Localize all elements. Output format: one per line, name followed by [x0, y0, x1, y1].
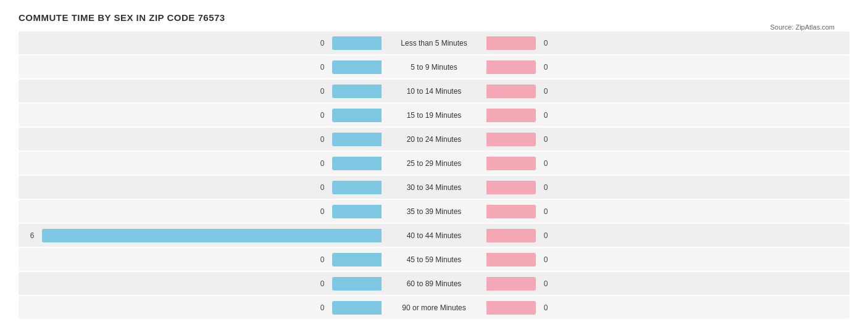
left-bar-section: 0 [23, 157, 382, 170]
male-bar [332, 157, 382, 170]
male-value: 0 [316, 255, 328, 264]
female-bar [486, 85, 536, 98]
female-value: 0 [540, 135, 552, 144]
row-label: 20 to 24 Minutes [382, 135, 486, 144]
left-bar-section: 6 [23, 229, 382, 242]
female-bar [486, 109, 536, 122]
row-label: Less than 5 Minutes [382, 39, 486, 47]
bar-row: 0 30 to 34 Minutes 0 [19, 176, 849, 199]
female-bar [486, 36, 536, 50]
female-value: 0 [540, 207, 552, 216]
male-bar [332, 301, 382, 315]
male-value: 0 [316, 279, 328, 288]
female-bar [486, 253, 536, 266]
male-value: 0 [316, 63, 328, 72]
left-bar-section: 0 [23, 205, 382, 218]
female-bar [486, 229, 536, 242]
bar-row: 0 15 to 19 Minutes 0 [19, 104, 849, 126]
right-bar-section: 0 [486, 133, 845, 146]
row-label: 90 or more Minutes [382, 303, 486, 312]
left-bar-section: 0 [23, 85, 382, 98]
female-bar [486, 60, 536, 74]
male-value: 0 [316, 183, 328, 192]
right-bar-section: 0 [486, 205, 845, 218]
bar-row: 0 35 to 39 Minutes 0 [19, 200, 849, 223]
right-bar-section: 0 [486, 85, 845, 98]
source-label: Source: ZipAtlas.com [770, 23, 835, 31]
left-bar-section: 0 [23, 109, 382, 122]
male-bar [332, 133, 382, 146]
left-bar-section: 0 [23, 60, 382, 74]
male-value: 6 [26, 231, 38, 240]
right-bar-section: 0 [486, 181, 845, 194]
row-label: 30 to 34 Minutes [382, 183, 486, 192]
female-bar [486, 133, 536, 146]
male-value: 0 [316, 303, 328, 312]
right-bar-section: 0 [486, 157, 845, 170]
female-value: 0 [540, 303, 552, 312]
right-bar-section: 0 [486, 277, 845, 291]
left-bar-section: 0 [23, 36, 382, 50]
female-value: 0 [540, 279, 552, 288]
female-value: 0 [540, 231, 552, 240]
row-label: 15 to 19 Minutes [382, 111, 486, 120]
row-label: 10 to 14 Minutes [382, 87, 486, 96]
female-bar [486, 157, 536, 170]
male-bar [332, 109, 382, 122]
female-bar [486, 301, 536, 315]
male-value: 0 [316, 159, 328, 168]
female-value: 0 [540, 87, 552, 96]
left-bar-section: 0 [23, 181, 382, 194]
male-bar [332, 60, 382, 74]
bar-row: 0 Less than 5 Minutes 0 [19, 31, 849, 54]
male-bar [332, 277, 382, 291]
female-bar [486, 277, 536, 291]
bar-row: 0 60 to 89 Minutes 0 [19, 272, 849, 295]
row-label: 35 to 39 Minutes [382, 207, 486, 216]
male-bar [332, 36, 382, 50]
female-value: 0 [540, 255, 552, 264]
female-bar [486, 205, 536, 218]
male-bar [42, 229, 382, 242]
right-bar-section: 0 [486, 253, 845, 266]
right-bar-section: 0 [486, 301, 845, 315]
male-value: 0 [316, 39, 328, 47]
row-label: 60 to 89 Minutes [382, 279, 486, 288]
bar-row: 0 25 to 29 Minutes 0 [19, 152, 849, 175]
chart-title: COMMUTE TIME BY SEX IN ZIP CODE 76573 [19, 12, 849, 23]
bar-row: 0 90 or more Minutes 0 [19, 296, 849, 319]
female-value: 0 [540, 159, 552, 168]
male-bar [332, 253, 382, 266]
bar-row: 6 40 to 44 Minutes 0 [19, 224, 849, 247]
row-label: 45 to 59 Minutes [382, 255, 486, 264]
chart-container: 0 Less than 5 Minutes 0 0 5 to 9 Minutes… [19, 31, 849, 322]
bar-row: 0 5 to 9 Minutes 0 [19, 56, 849, 78]
right-bar-section: 0 [486, 229, 845, 242]
female-value: 0 [540, 39, 552, 47]
male-value: 0 [316, 111, 328, 120]
right-bar-section: 0 [486, 60, 845, 74]
female-value: 0 [540, 111, 552, 120]
bar-row: 0 20 to 24 Minutes 0 [19, 128, 849, 151]
row-label: 5 to 9 Minutes [382, 63, 486, 72]
male-bar [332, 85, 382, 98]
left-bar-section: 0 [23, 277, 382, 291]
female-bar [486, 181, 536, 194]
right-bar-section: 0 [486, 36, 845, 50]
male-bar [332, 181, 382, 194]
bar-row: 0 45 to 59 Minutes 0 [19, 248, 849, 271]
left-bar-section: 0 [23, 301, 382, 315]
male-bar [332, 205, 382, 218]
female-value: 0 [540, 63, 552, 72]
male-value: 0 [316, 207, 328, 216]
female-value: 0 [540, 183, 552, 192]
left-bar-section: 0 [23, 133, 382, 146]
left-bar-section: 0 [23, 253, 382, 266]
bar-row: 0 10 to 14 Minutes 0 [19, 80, 849, 102]
row-label: 40 to 44 Minutes [382, 231, 486, 240]
row-label: 25 to 29 Minutes [382, 159, 486, 168]
male-value: 0 [316, 135, 328, 144]
male-value: 0 [316, 87, 328, 96]
right-bar-section: 0 [486, 109, 845, 122]
